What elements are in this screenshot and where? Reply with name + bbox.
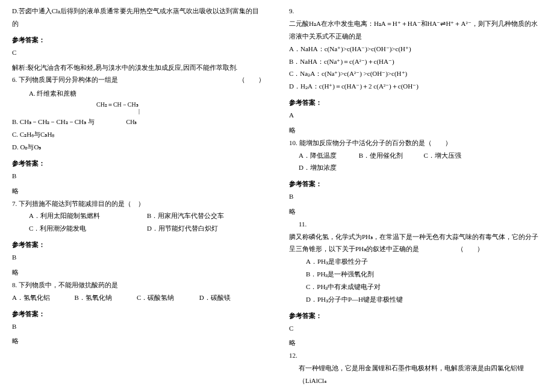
- q10-opts: A．降低温度 B．使用催化剂 C．增大压强 D．增加浓度: [289, 149, 542, 175]
- q7-opt-b: B．用家用汽车代替公交车: [147, 210, 265, 222]
- q8-opts: A．氢氧化铝 B．氢氧化钠 C．碳酸氢钠 D．碳酸镁: [12, 291, 265, 304]
- q6-blank: （ ）: [238, 73, 265, 86]
- q11-opt-d: D．PH₃分子中P—H键是非极性键: [289, 293, 542, 306]
- q8-title: 8. 下列物质中，不能用做抗酸药的是: [12, 279, 265, 291]
- lue-11: 略: [289, 337, 542, 349]
- q8-opt-c: C．碳酸氢钠: [137, 291, 198, 304]
- answer-8: B: [12, 320, 265, 333]
- q11-body: 膦又称磷化氢，化学式为PH₃，在常温下是一种无色有大蒜气味的有毒气体，它的分子呈…: [289, 233, 538, 253]
- q7-opt-d: D．用节能灯代替白炽灯: [147, 222, 265, 235]
- q9-opt-b: B．NaHA：c(Na⁺)＝c(A²⁻)＋c(HA⁻): [289, 55, 542, 68]
- q10-title: 10. 能增加反应物分子中活化分子的百分数的是（ ）: [289, 137, 542, 149]
- answer-10: B: [289, 190, 542, 203]
- q9-opt-d: D．H₂A：c(H⁺)＝c(HA⁻)＋2 c(A²⁻)＋c(OH⁻): [289, 80, 542, 93]
- lue-9: 略: [289, 124, 542, 137]
- q12-num: 12.: [289, 349, 542, 362]
- answer-label-7: 参考答案：: [12, 238, 265, 251]
- q6-formula: CH₂＝CH－CH₃ |: [12, 101, 265, 114]
- q10-opt-b: B．使用催化剂: [359, 149, 422, 162]
- q11-paren: （ ）: [421, 245, 484, 252]
- answer-label-11: 参考答案：: [289, 310, 542, 322]
- q6-opt-c: C. C₂H₆与C₃H₈: [12, 128, 265, 141]
- q8-opt-d: D．碳酸镁: [199, 291, 260, 304]
- q11-opt-c: C．PH₃中有未成键电子对: [289, 281, 542, 293]
- q9-opt-c: C．Na₂A：c(Na⁺)>c(A²⁻) >c(OH⁻)>c(H⁺): [289, 67, 542, 80]
- answer-11: C: [289, 322, 542, 335]
- answer-label-6: 参考答案：: [12, 157, 265, 170]
- answer-7: B: [12, 251, 265, 264]
- q8-opt-b: B．氢氧化钠: [75, 291, 135, 304]
- answer-label-10: 参考答案：: [289, 178, 542, 190]
- answer-label-9: 参考答案：: [289, 96, 542, 109]
- q7-title: 7. 下列措施不能达到节能减排目的的是（ ）: [12, 198, 265, 210]
- q7-row1: A．利用太阳能制氢燃料 B．用家用汽车代替公交车: [12, 210, 265, 222]
- q10-opt-c: C．增大压强: [423, 149, 482, 162]
- q9-num: 9.: [289, 5, 542, 17]
- q7-row2: C．利用潮汐能发电 D．用节能灯代替白炽灯: [12, 222, 265, 235]
- q11-opt-b: B．PH₃是一种强氧化剂: [289, 268, 542, 281]
- q8-opt-a: A．氢氧化铝: [12, 291, 73, 304]
- lue-7: 略: [12, 266, 265, 279]
- q6-opt-b: B. CH₃－CH₂－CH₂－CH₃ 与: [12, 118, 95, 125]
- explain-5: 解析:裂化汽油含有不饱和烃,易与溴水中的溴发生加成反应,因而不能作萃取剂.: [12, 61, 265, 74]
- answer-label-8: 参考答案：: [12, 308, 265, 320]
- q7-opt-a: A．利用太阳能制氢燃料: [29, 210, 147, 222]
- lue-6: 略: [12, 185, 265, 198]
- q9-opt-a: A．NaHA：c(Na⁺)>c(HA⁻)>c(OH⁻)>c(H⁺): [289, 43, 542, 55]
- q6-opt-a: A. 纤维素和蔗糖: [12, 87, 265, 100]
- lue-10: 略: [289, 205, 542, 218]
- answer-label: 参考答案：: [12, 34, 265, 46]
- q12-body: 有一种锂电池，它是用金属锂和石墨作电极材料，电解质溶液是由四氯化铝锂（LiAlC…: [289, 362, 542, 387]
- answer-5: C: [12, 46, 265, 59]
- left-column: D.苦卤中通入Cl₂后得到的液单质通常要先用热空气或水蒸气吹出吸收以达到富集的目…: [12, 5, 265, 387]
- q10-opt-a: A．降低温度: [299, 149, 357, 162]
- q7-opt-c: C．利用潮汐能发电: [29, 222, 147, 235]
- formula-line3: CH₃: [96, 119, 137, 125]
- q6-title: 6. 下列物质属于同分异构体的一组是: [12, 76, 118, 83]
- q11-num: 11.: [289, 218, 542, 231]
- lue-8: 略: [12, 335, 265, 347]
- formula-line1: CH₂＝CH－CH₃: [96, 101, 265, 108]
- q6-opt-d: D. O₂与O₃: [12, 141, 265, 154]
- answer-6: B: [12, 170, 265, 182]
- q5-option-d: D.苦卤中通入Cl₂后得到的液单质通常要先用热空气或水蒸气吹出吸收以达到富集的目…: [12, 5, 265, 30]
- q9-body: 二元酸H₂A在水中发生电离：H₂A＝H⁺＋HA⁻和HA⁻⇌H⁺＋A²⁻，则下列几…: [289, 17, 542, 43]
- q10-opt-d: D．增加浓度: [299, 161, 357, 174]
- right-column: 9. 二元酸H₂A在水中发生电离：H₂A＝H⁺＋HA⁻和HA⁻⇌H⁺＋A²⁻，则…: [289, 5, 542, 387]
- q11-body-wrap: 膦又称磷化氢，化学式为PH₃，在常温下是一种无色有大蒜气味的有毒气体，它的分子呈…: [289, 231, 542, 256]
- q6-opt-b-row: B. CH₃－CH₂－CH₂－CH₃ 与 CH₃: [12, 116, 265, 128]
- answer-9: A: [289, 109, 542, 122]
- formula-line2: |: [96, 108, 265, 114]
- q11-opt-a: A．PH₃是非极性分子: [289, 255, 542, 268]
